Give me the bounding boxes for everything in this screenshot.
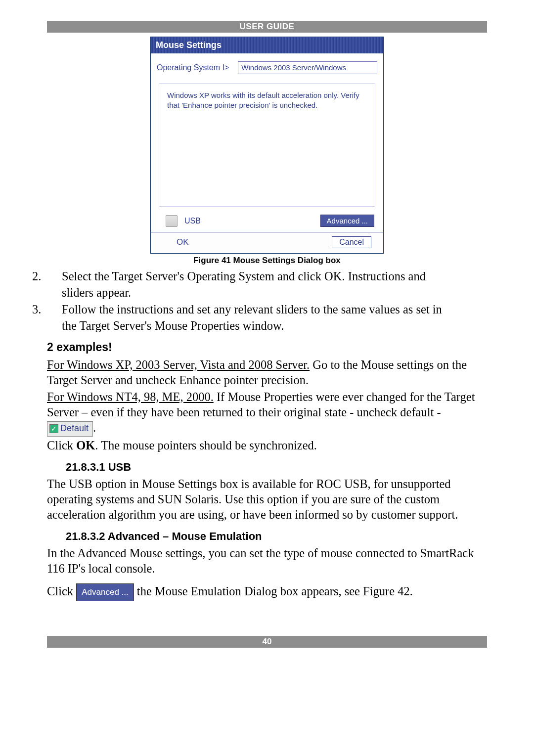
usb-label: USB bbox=[184, 217, 201, 225]
header-title: USER GUIDE bbox=[240, 22, 295, 31]
usb-icon bbox=[166, 215, 178, 227]
usb-body: The USB option in Mouse Settings box is … bbox=[47, 476, 487, 523]
check-icon: ✓ bbox=[49, 424, 58, 433]
step-3-cont: the Target Server's Mouse Properties win… bbox=[47, 318, 487, 333]
example-nt-title: For Windows NT4, 98, ME, 2000. bbox=[47, 390, 214, 403]
os-label: Operating System I> bbox=[157, 63, 229, 72]
examples-heading: 2 examples! bbox=[47, 340, 487, 355]
page-number: 40 bbox=[263, 637, 272, 646]
advanced-body: In the Advanced Mouse settings, you can … bbox=[47, 545, 487, 577]
ok-button[interactable]: OK bbox=[177, 237, 189, 247]
default-checkbox-chip[interactable]: ✓Default bbox=[47, 421, 93, 437]
dialog-message: Windows XP works with its default accele… bbox=[159, 83, 375, 207]
example-xp: For Windows XP, 2003 Server, Vista and 2… bbox=[47, 357, 487, 388]
mouse-settings-dialog: Mouse Settings Operating System I> Windo… bbox=[150, 37, 384, 254]
dialog-title: Mouse Settings bbox=[151, 37, 383, 53]
click-ok-line: Click OK. The mouse pointers should be s… bbox=[47, 438, 487, 453]
usb-heading: 21.8.3.1 USB bbox=[66, 460, 487, 474]
example-nt: For Windows NT4, 98, ME, 2000. If Mouse … bbox=[47, 389, 487, 437]
page-header: USER GUIDE bbox=[47, 21, 487, 33]
advanced-click-line: Click Advanced ... the Mouse Emulation D… bbox=[47, 583, 487, 601]
os-select[interactable]: Windows 2003 Server/Windows bbox=[238, 61, 377, 74]
figure-caption: Figure 41 Mouse Settings Dialog box bbox=[47, 256, 487, 266]
step-2: 2.Select the Target Server's Operating S… bbox=[47, 268, 487, 284]
page-footer: 40 bbox=[47, 636, 487, 648]
example-xp-title: For Windows XP, 2003 Server, Vista and 2… bbox=[47, 358, 310, 371]
step-3: 3.Follow the instructions and set any re… bbox=[47, 302, 487, 317]
cancel-button[interactable]: Cancel bbox=[332, 236, 371, 248]
advanced-heading: 21.8.3.2 Advanced – Mouse Emulation bbox=[66, 530, 487, 543]
advanced-button[interactable]: Advanced ... bbox=[320, 215, 374, 227]
advanced-button-inline[interactable]: Advanced ... bbox=[76, 583, 134, 601]
step-2-cont: sliders appear. bbox=[47, 285, 487, 300]
